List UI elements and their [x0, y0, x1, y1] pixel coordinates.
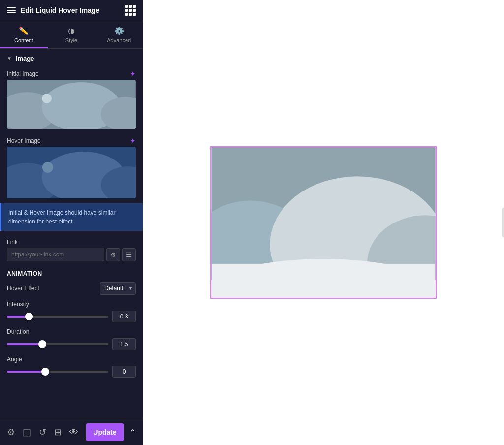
duration-thumb[interactable] [38, 340, 46, 348]
sidebar-title: Edit Liquid Hover Image [21, 6, 99, 14]
angle-track[interactable] [7, 371, 108, 373]
info-box: Initial & Hover Image should have simila… [0, 203, 143, 231]
hover-effect-label: Hover Effect [7, 285, 39, 292]
tab-content-label: Content [14, 37, 33, 43]
initial-image-label: Initial Image [7, 70, 39, 77]
history-icon[interactable]: ↺ [37, 425, 48, 440]
hover-effect-select[interactable]: Default Ripple Wave Zoom [100, 282, 136, 295]
duration-fill [7, 343, 42, 345]
tab-content[interactable]: ✏️ Content [0, 21, 48, 48]
initial-image-link-icon[interactable]: ✦ [130, 70, 136, 78]
advanced-icon: ⚙️ [114, 26, 124, 35]
duration-label: Duration [7, 328, 136, 335]
hamburger-icon[interactable] [7, 7, 16, 13]
intensity-control [7, 311, 136, 322]
angle-row: Angle [7, 356, 136, 378]
sidebar-header: Edit Liquid Hover Image [0, 0, 143, 21]
section-arrow: ▼ [7, 56, 12, 61]
image-section-header[interactable]: ▼ Image [0, 49, 143, 67]
style-icon: ◑ [68, 26, 75, 35]
settings-icon[interactable]: ⚙ [5, 425, 17, 440]
duration-control [7, 338, 136, 350]
intensity-value-input[interactable] [112, 311, 136, 322]
chevron-up-icon[interactable]: ⌃ [127, 426, 138, 439]
hover-image-placeholder[interactable] [7, 147, 136, 198]
link-input-row: ⚙ ☰ [7, 248, 136, 261]
eye-icon[interactable]: 👁 [67, 425, 80, 440]
content-icon: ✏️ [19, 26, 29, 35]
right-edge-handle[interactable] [502, 208, 504, 237]
hover-image-label-row: Hover Image ✦ [0, 134, 143, 147]
tabs-bar: ✏️ Content ◑ Style ⚙️ Advanced [0, 21, 143, 49]
update-button[interactable]: Update [86, 423, 124, 441]
duration-track[interactable] [7, 343, 108, 345]
duration-row: Duration [7, 328, 136, 350]
initial-image-label-row: Initial Image ✦ [0, 67, 143, 80]
angle-thumb[interactable] [41, 368, 49, 376]
link-label: Link [7, 239, 136, 246]
animation-section: Animation Hover Effect Default Ripple Wa… [0, 266, 143, 385]
info-text: Initial & Hover Image should have simila… [8, 209, 115, 225]
template-icon[interactable]: ⊞ [52, 425, 63, 440]
layers-icon[interactable]: ◫ [21, 425, 33, 440]
svg-point-16 [295, 204, 322, 231]
tab-advanced-label: Advanced [107, 37, 131, 43]
intensity-thumb[interactable] [25, 313, 33, 320]
link-input[interactable] [7, 248, 104, 261]
hover-image-label: Hover Image [7, 137, 41, 144]
hover-effect-row: Hover Effect Default Ripple Wave Zoom [7, 282, 136, 295]
tab-style[interactable]: ◑ Style [48, 21, 95, 48]
duration-value-input[interactable] [112, 338, 136, 350]
tab-advanced[interactable]: ⚙️ Advanced [95, 21, 143, 48]
svg-point-9 [42, 162, 53, 173]
tab-style-label: Style [65, 37, 77, 43]
grid-icon[interactable] [125, 5, 136, 16]
hover-image-link-icon[interactable]: ✦ [130, 137, 136, 145]
sidebar-footer: ⚙ ◫ ↺ ⊞ 👁 Update ⌃ [0, 419, 143, 445]
initial-image-placeholder[interactable] [7, 80, 136, 129]
svg-point-4 [42, 94, 52, 103]
sidebar-content: ▼ Image Initial Image ✦ Hover Image ✦ [0, 49, 143, 419]
main-canvas [143, 0, 504, 445]
angle-control [7, 366, 136, 378]
intensity-row: Intensity [7, 301, 136, 322]
link-list-btn[interactable]: ☰ [122, 248, 136, 261]
image-section-title: Image [16, 55, 34, 62]
canvas-preview [210, 146, 437, 299]
animation-title: Animation [7, 270, 136, 277]
link-settings-btn[interactable]: ⚙ [106, 248, 120, 261]
link-field-wrap: Link ⚙ ☰ [0, 236, 143, 266]
intensity-label: Intensity [7, 301, 136, 308]
angle-value-input[interactable] [112, 366, 136, 378]
angle-label: Angle [7, 356, 136, 363]
intensity-track[interactable] [7, 316, 108, 318]
hover-effect-select-wrap: Default Ripple Wave Zoom [100, 282, 136, 295]
angle-fill [7, 371, 45, 373]
